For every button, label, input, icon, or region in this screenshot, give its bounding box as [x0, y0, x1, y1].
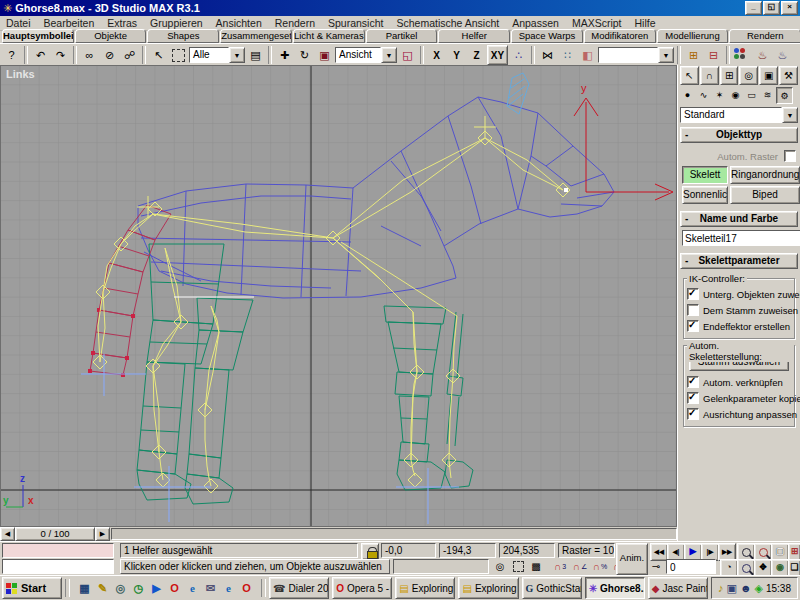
tab-rendern[interactable]: Rendern — [729, 29, 800, 43]
volume-icon[interactable]: ♪ — [718, 582, 724, 594]
user-agent-icon[interactable]: ☻ — [740, 582, 752, 594]
help-mode-icon[interactable]: ? — [2, 46, 21, 64]
notes-icon[interactable]: ✎ — [95, 581, 110, 596]
utilities-tab-icon[interactable]: ⚒ — [779, 66, 798, 85]
task-ghorse8-active[interactable]: ✳ Ghorse8.... — [585, 577, 645, 599]
region-select-icon[interactable] — [169, 46, 188, 64]
create-tab-icon[interactable]: ↖ — [680, 66, 699, 85]
checkbox-box[interactable] — [687, 288, 699, 300]
restrict-plane-button[interactable]: XY — [487, 45, 508, 65]
checkbox-box[interactable] — [687, 320, 699, 332]
checkbox-gelenkparameter[interactable]: Gelenkparameter kopieren — [687, 392, 791, 404]
dropdown-arrow-icon[interactable]: ▼ — [229, 47, 245, 63]
auto-grid-checkbox[interactable] — [784, 150, 796, 162]
checkbox-box[interactable] — [687, 392, 699, 404]
task-jasc-paint[interactable]: ◆ Jasc Paint S... — [648, 577, 708, 599]
reference-coordinate-dropdown[interactable]: Ansicht▼ — [335, 47, 397, 63]
pivot-center-icon[interactable]: ◱ — [398, 46, 417, 64]
select-scale-icon[interactable]: ▣ — [315, 46, 334, 64]
tab-space-warps[interactable]: Space Warps — [511, 29, 583, 43]
checkbox-box[interactable] — [687, 304, 699, 316]
current-frame-field[interactable] — [666, 559, 716, 574]
restore-button[interactable]: ◱ — [763, 1, 780, 15]
menu-datei[interactable]: Datei — [6, 17, 31, 29]
menu-gruppieren[interactable]: Gruppieren — [150, 17, 203, 29]
select-by-name-icon[interactable]: ▤ — [246, 46, 265, 64]
restrict-x-button[interactable]: X — [427, 46, 446, 64]
minimize-button[interactable]: _ — [745, 1, 762, 15]
degradation-override-icon[interactable]: ◎ — [492, 559, 508, 574]
bind-spacewarp-icon[interactable]: ☍ — [120, 46, 139, 64]
coord-x-field[interactable]: -0,0 — [381, 543, 436, 558]
sonnenlicht-button[interactable]: Sonnenlicht — [682, 186, 728, 204]
start-button[interactable]: Start — [2, 577, 62, 599]
selection-lock-icon[interactable] — [361, 543, 379, 560]
tab-hauptsymbolleiste[interactable]: Hauptsymbolleiste — [2, 29, 74, 43]
snap-percent-icon[interactable]: ∩% — [592, 559, 608, 574]
tab-objekte[interactable]: Objekte — [75, 29, 147, 43]
coord-y-field[interactable]: -194,3 — [439, 543, 496, 558]
array-icon[interactable]: ∷ — [558, 46, 577, 64]
undo-icon[interactable]: ↶ — [31, 46, 50, 64]
checkbox-endeffektor[interactable]: Endeffektor erstellen — [687, 320, 791, 332]
material-editor-icon[interactable] — [733, 45, 752, 65]
tab-helfer[interactable]: Helfer — [438, 29, 510, 43]
tab-modifikatoren[interactable]: Modifikatoren — [584, 29, 656, 43]
named-selection-dropdown[interactable]: ▼ — [598, 47, 674, 63]
window-region-icon[interactable] — [510, 559, 526, 574]
ik-toggle-icon[interactable]: ∴ — [509, 46, 528, 64]
network-icon[interactable]: ◈ — [754, 582, 762, 594]
hierarchy-tab-icon[interactable]: ⊞ — [720, 66, 739, 85]
restrict-y-button[interactable]: Y — [447, 46, 466, 64]
tab-partikel[interactable]: Partikel — [366, 29, 438, 43]
menu-maxscript[interactable]: MAXScript — [572, 17, 622, 29]
link-icon[interactable]: ∞ — [80, 46, 99, 64]
mirror-icon[interactable]: ⋈ — [538, 46, 557, 64]
maxscript-mini-listener[interactable] — [2, 559, 114, 574]
checkbox-unterg-objekten[interactable]: Unterg. Objekten zuweisen — [687, 288, 791, 300]
systems-category-icon[interactable]: ⚙ — [776, 87, 793, 104]
unlink-icon[interactable]: ⊘ — [100, 46, 119, 64]
dropdown-arrow-icon[interactable]: ▼ — [782, 107, 798, 123]
shapes-category-icon[interactable]: ∿ — [696, 87, 711, 102]
checkbox-box[interactable] — [687, 376, 699, 388]
object-class-dropdown[interactable]: Standard ▼ — [680, 107, 798, 123]
close-button[interactable]: × — [781, 1, 798, 15]
quick-render-icon[interactable]: ♨ — [773, 46, 792, 64]
motion-tab-icon[interactable]: ◎ — [739, 66, 758, 85]
schematic-view-icon[interactable]: ⊟ — [704, 46, 723, 64]
tab-licht-kameras[interactable]: Licht & Kameras — [293, 29, 365, 43]
snap-3d-icon[interactable]: ∩3 — [552, 559, 568, 574]
task-dialer-2000[interactable]: ☎ Dialer 2000 — [269, 577, 329, 599]
select-rotate-icon[interactable]: ↻ — [295, 46, 314, 64]
time-prev-arrow[interactable]: ◀ — [0, 527, 15, 541]
object-name-field[interactable] — [682, 230, 800, 246]
geometry-category-icon[interactable]: ● — [680, 87, 695, 102]
lights-category-icon[interactable]: ✶ — [712, 87, 727, 102]
select-move-icon[interactable]: ✚ — [275, 46, 294, 64]
snap-angle-icon[interactable]: ∩∠ — [572, 559, 588, 574]
opera-quicklaunch-icon[interactable]: O — [239, 581, 254, 596]
show-desktop-icon[interactable]: ▦ — [77, 581, 92, 596]
internet-explorer-icon[interactable]: e — [185, 581, 200, 596]
checkbox-box[interactable] — [687, 408, 699, 420]
viewport-links[interactable]: Links — [0, 65, 677, 527]
rollout-skelettparameter-header[interactable]: - Skelettparameter — [680, 253, 798, 269]
rollout-objekttyp-header[interactable]: - Objekttyp — [680, 127, 798, 143]
helpers-category-icon[interactable]: ▭ — [744, 87, 759, 102]
search-icon[interactable]: ◎ — [113, 581, 128, 596]
crossing-selection-icon[interactable]: ▩ — [528, 559, 544, 574]
modify-tab-icon[interactable]: ∩ — [700, 66, 719, 85]
menu-ansichten[interactable]: Ansichten — [216, 17, 262, 29]
task-gothicstarter[interactable]: G GothicStarter... — [522, 577, 582, 599]
tab-shapes[interactable]: Shapes — [147, 29, 219, 43]
select-object-icon[interactable]: ↖ — [149, 46, 168, 64]
redo-icon[interactable]: ↷ — [51, 46, 70, 64]
display-tab-icon[interactable]: ▣ — [759, 66, 778, 85]
internet-explorer-icon[interactable]: e — [221, 581, 236, 596]
tab-zusammengesetzt[interactable]: Zusammengesetzt — [220, 29, 292, 43]
checkbox-autom-verknuepfen[interactable]: Autom. verknüpfen — [687, 376, 791, 388]
spacewarps-category-icon[interactable]: ≋ — [760, 87, 775, 102]
menu-spuransicht[interactable]: Spuransicht — [328, 17, 383, 29]
track-view-icon[interactable]: ⊞ — [684, 46, 703, 64]
